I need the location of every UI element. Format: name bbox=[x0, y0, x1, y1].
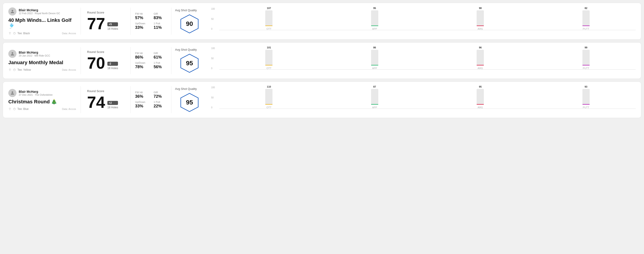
score-label: Round Score bbox=[87, 89, 124, 93]
chart-outer: 100 50 0 107 OTT 95 bbox=[211, 8, 636, 35]
bar-wrap bbox=[430, 50, 530, 66]
bar-wrap bbox=[219, 50, 319, 66]
bar-fill-line bbox=[582, 104, 590, 105]
score-label: Round Score bbox=[87, 11, 124, 14]
stat-gir-value: 83% bbox=[154, 15, 167, 20]
y-label-50: 50 bbox=[211, 57, 215, 60]
stats-section: FW Hit 36% GIR 72% Up/Down 33% 1 Putt 22… bbox=[130, 91, 171, 109]
stats-grid: FW Hit 86% GIR 61% Up/Down 78% 1 Putt 56… bbox=[135, 52, 167, 69]
score-badge: -2 bbox=[107, 62, 118, 66]
user-date-club: 12 Feb 2022 · Royal North Devon GC bbox=[19, 12, 60, 15]
left-section: Blair McHarg 29 Jan 2022 · Mill Ride GCC… bbox=[8, 50, 80, 71]
stat-oneputt-value: 56% bbox=[154, 65, 167, 69]
quality-score: 95 bbox=[186, 99, 193, 106]
bar-bg bbox=[477, 10, 484, 26]
stat-updown-value: 33% bbox=[135, 104, 148, 109]
score-badge-col: -2 18 Holes bbox=[107, 62, 118, 71]
bar-col-arg: 96 ARG bbox=[430, 46, 530, 70]
bar-bg bbox=[582, 10, 590, 26]
bar-bg bbox=[477, 89, 484, 105]
score-badge-col: +2 18 Holes bbox=[107, 101, 118, 110]
bar-value: 107 bbox=[267, 7, 271, 9]
svg-point-0 bbox=[12, 10, 13, 11]
stat-gir-value: 61% bbox=[154, 55, 167, 60]
bar-x-label: OTT bbox=[266, 106, 271, 109]
quality-section: Avg Shot Quality 95 bbox=[172, 48, 208, 73]
bar-col-ott: 101 OTT bbox=[219, 46, 319, 70]
bar-col-app: 86 APP bbox=[325, 46, 424, 70]
bar-value: 101 bbox=[267, 46, 271, 49]
bar-x-label: ARG bbox=[478, 27, 483, 30]
hexagon-wrap: 90 bbox=[175, 14, 204, 34]
stat-updown: Up/Down 33% bbox=[135, 22, 148, 30]
y-label-50: 50 bbox=[211, 96, 215, 99]
user-date-club: 29 Jan 2022 · Mill Ride GCC bbox=[19, 54, 50, 57]
stat-updown-label: Up/Down bbox=[135, 101, 148, 103]
stat-fw-hit-label: FW Hit bbox=[135, 12, 148, 15]
score-section: Round Score 77 +5 18 Holes bbox=[81, 11, 130, 32]
chart-outer: 100 50 0 101 OTT 86 bbox=[211, 47, 636, 74]
stats-grid: FW Hit 57% GIR 83% Up/Down 33% 1 Putt 11… bbox=[135, 12, 167, 30]
y-axis-labels: 100 50 0 bbox=[211, 47, 215, 70]
stat-updown-value: 33% bbox=[135, 25, 148, 30]
user-row: Blair McHarg 27 Dec 2021 · The Oxfordshi… bbox=[8, 89, 76, 97]
round-card: Blair McHarg 12 Feb 2022 · Royal North D… bbox=[3, 3, 641, 40]
svg-point-3 bbox=[12, 52, 13, 54]
bar-fill-line bbox=[477, 25, 484, 26]
hexagon-wrap: 95 bbox=[175, 92, 204, 113]
stat-gir: GIR 83% bbox=[154, 12, 167, 20]
y-label-0: 0 bbox=[211, 106, 215, 109]
bar-fill-line bbox=[265, 65, 272, 66]
bar-wrap bbox=[219, 89, 319, 105]
data-source: Data: Arccos bbox=[62, 68, 76, 71]
data-source: Data: Arccos bbox=[62, 32, 76, 35]
stat-fw-hit-value: 36% bbox=[135, 94, 148, 99]
y-axis-labels: 100 50 0 bbox=[211, 8, 215, 30]
round-title: January Monthly Medal bbox=[8, 60, 76, 66]
bar-bg bbox=[371, 50, 378, 66]
user-name: Blair McHarg bbox=[19, 90, 52, 94]
user-name: Blair McHarg bbox=[19, 51, 50, 54]
bar-fill-line bbox=[582, 25, 590, 26]
score-badge: +5 bbox=[107, 22, 118, 26]
chart-section: 100 50 0 101 OTT 86 bbox=[208, 47, 636, 74]
bar-bg bbox=[371, 10, 378, 26]
stat-gir: GIR 61% bbox=[154, 52, 167, 60]
stats-section: FW Hit 57% GIR 83% Up/Down 33% 1 Putt 11… bbox=[130, 12, 171, 30]
bar-fill-line bbox=[265, 104, 272, 105]
hexagon: 95 bbox=[179, 92, 200, 113]
stat-oneputt-label: 1 Putt bbox=[154, 61, 167, 64]
y-label-100: 100 bbox=[211, 8, 215, 10]
bar-fill-line bbox=[371, 65, 378, 66]
bar-bg bbox=[477, 50, 484, 66]
bar-x-label: OTT bbox=[266, 27, 271, 30]
y-label-0: 0 bbox=[211, 67, 215, 70]
bar-value: 87 bbox=[373, 85, 376, 88]
stat-oneputt-label: 1 Putt bbox=[154, 101, 167, 103]
user-info: Blair McHarg 27 Dec 2021 · The Oxfordshi… bbox=[19, 90, 52, 96]
stat-oneputt: 1 Putt 56% bbox=[154, 61, 167, 69]
y-label-50: 50 bbox=[211, 18, 215, 20]
bar-wrap bbox=[325, 10, 424, 26]
bar-x-label: ARG bbox=[478, 67, 483, 70]
svg-point-1 bbox=[13, 32, 15, 34]
score-number: 74 bbox=[87, 94, 105, 110]
stat-updown-value: 78% bbox=[135, 65, 148, 69]
bar-fill-line bbox=[371, 25, 378, 26]
hexagon: 90 bbox=[179, 14, 200, 34]
bar-wrap bbox=[430, 89, 530, 105]
quality-label: Avg Shot Quality bbox=[175, 48, 204, 51]
bar-value: 98 bbox=[479, 7, 482, 9]
stat-gir-label: GIR bbox=[154, 12, 167, 15]
stat-fw-hit: FW Hit 36% bbox=[135, 91, 148, 99]
bar-col-arg: 95 ARG bbox=[430, 85, 530, 109]
bar-col-putt: 82 PUTT bbox=[536, 7, 636, 30]
round-card: Blair McHarg 27 Dec 2021 · The Oxfordshi… bbox=[3, 82, 641, 118]
score-label: Round Score bbox=[87, 50, 124, 54]
stat-gir-value: 72% bbox=[154, 94, 167, 99]
user-row: Blair McHarg 12 Feb 2022 · Royal North D… bbox=[8, 7, 76, 15]
hexagon: 95 bbox=[179, 53, 200, 73]
bar-col-app: 95 APP bbox=[325, 7, 424, 30]
score-section: Round Score 70 -2 18 Holes bbox=[81, 50, 130, 71]
stat-fw-hit-value: 57% bbox=[135, 15, 148, 20]
